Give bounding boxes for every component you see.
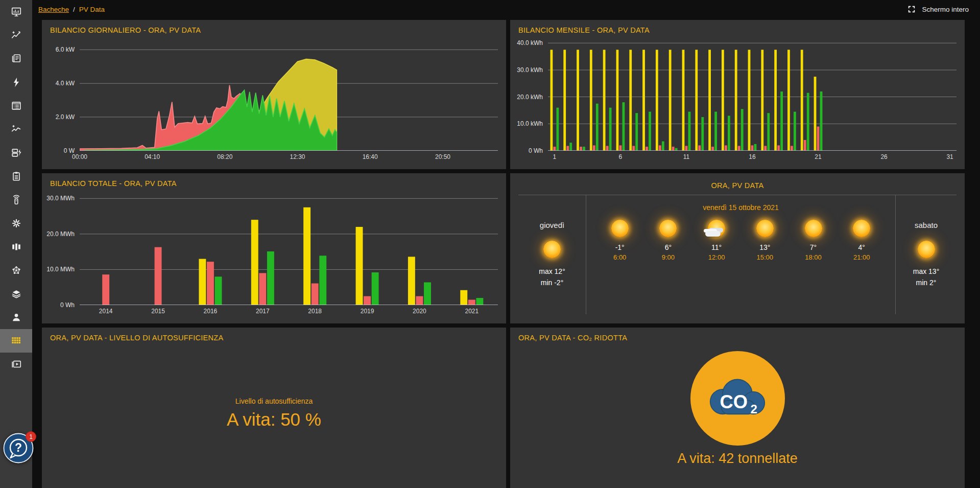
monthly-balance-chart: 40.0 kWh30.0 kWh20.0 kWh10.0 kWh0 Wh 161… <box>518 36 957 161</box>
forecast-cell: 11°12:00 <box>695 214 738 261</box>
total-plot-area <box>80 190 498 305</box>
x-axis-label: 2017 <box>256 308 270 315</box>
bar-prelievo-rete <box>777 145 780 151</box>
help-button[interactable]: ? 1 <box>3 432 34 464</box>
weather-max-temp: max 12° <box>539 266 565 277</box>
y-axis-label: 40.0 kWh <box>517 39 543 47</box>
x-axis-label: 16 <box>749 153 755 160</box>
sidebar-item-dashboard-monitor[interactable] <box>0 0 32 24</box>
bar-autoconsumo <box>215 276 222 305</box>
bar-prelievo-rete <box>364 296 371 305</box>
sidebar-item-network-nodes[interactable] <box>0 259 32 282</box>
bar-autoconsumo <box>807 93 809 151</box>
forecast-temp: -1° <box>598 243 642 251</box>
bar-produzione <box>748 50 751 151</box>
sun-icon <box>753 217 777 240</box>
bar-autoconsumo <box>267 251 274 305</box>
analysis-chart-icon <box>11 124 22 135</box>
forecast-time: 6:00 <box>598 253 642 261</box>
weather-min-temp: min 2° <box>913 277 940 289</box>
bar-produzione <box>682 50 685 151</box>
bar-produzione <box>199 259 206 305</box>
bar-produzione <box>603 50 606 151</box>
bar-autoconsumo <box>820 91 823 151</box>
forecast-temp: 7° <box>792 243 835 251</box>
bar-prelievo-rete <box>207 262 214 305</box>
total-x-axis: 20142015201620172018201920202021 <box>80 305 498 315</box>
sidebar-item-settings-gear[interactable] <box>0 212 32 235</box>
sidebar-item-trend-chart[interactable] <box>0 24 32 47</box>
bar-prelievo-rete <box>698 145 701 151</box>
x-axis-label: 2016 <box>204 308 218 315</box>
sun-icon <box>915 238 938 261</box>
sidebar-item-energy-bolt[interactable] <box>0 71 32 94</box>
forecast-time: 9:00 <box>646 253 690 261</box>
bar-produzione <box>251 220 258 305</box>
y-axis-label: 0 Wh <box>60 301 75 309</box>
y-axis-label: 30.0 MWh <box>46 195 75 202</box>
bar-autoconsumo <box>688 112 691 151</box>
weather-max-temp: max 13° <box>913 266 940 277</box>
bar-prelievo-rete <box>711 147 714 151</box>
breadcrumb-current: PV Data <box>79 6 105 13</box>
y-axis-label: 20.0 kWh <box>517 94 543 101</box>
bar-autoconsumo <box>583 147 585 151</box>
sidebar-item-layers[interactable] <box>0 282 32 306</box>
bar-autoconsumo <box>372 272 379 305</box>
sun-icon <box>656 217 680 240</box>
bar-prelievo-rete <box>606 146 609 151</box>
bar-autoconsumo <box>476 298 483 305</box>
sidebar-item-components-energy[interactable] <box>0 141 32 165</box>
sidebar-item-panels-columns[interactable] <box>0 235 32 259</box>
breadcrumb-link-bacheche[interactable]: Bacheche <box>38 6 69 13</box>
sidebar-item-video-tutorials[interactable] <box>0 353 32 376</box>
self-sufficiency-value: A vita: 50 % <box>227 409 321 430</box>
bar-produzione <box>642 50 645 151</box>
bar-prelievo-rete <box>632 146 635 151</box>
co2-title: ORA, PV DATA - CO₂ RIDOTTA <box>518 334 957 342</box>
sidebar-item-data-table[interactable] <box>0 94 32 118</box>
bar-autoconsumo <box>596 104 599 151</box>
sidebar: ? 1 <box>0 0 32 488</box>
sidebar-item-dashboard-grid[interactable] <box>0 329 32 353</box>
weather-today-date: venerdì 15 ottobre 2021 <box>703 203 779 212</box>
svg-text:2: 2 <box>750 402 757 416</box>
x-axis-label: 16:40 <box>363 153 378 160</box>
forecast-cell: -1°6:00 <box>598 214 642 261</box>
forecast-cell: 4°21:00 <box>840 214 883 261</box>
x-axis-label: 12:30 <box>290 153 305 160</box>
svg-text:?: ? <box>15 441 22 454</box>
co2-panel: ORA, PV DATA - CO₂ RIDOTTA CO 2 <box>510 328 965 488</box>
sidebar-item-remote-control[interactable] <box>0 188 32 212</box>
bar-prelievo-rete <box>102 274 109 305</box>
sidebar-item-user[interactable] <box>0 306 32 329</box>
bar-prelievo-rete <box>751 145 754 151</box>
total-balance-panel: BILANCIO TOTALE - ORA, PV DATA 30.0 MWh2… <box>42 173 506 323</box>
breadcrumb: Bacheche / PV Data <box>38 6 105 13</box>
bar-produzione <box>669 50 672 151</box>
video-tutorials-icon <box>11 359 22 370</box>
x-axis-label: 2021 <box>465 308 479 315</box>
co2-value: A vita: 42 tonnellate <box>677 451 798 467</box>
y-axis-label: 30.0 kWh <box>517 66 543 74</box>
weather-panel: ORA, PV DATA giovedì max 12° min -2° ven… <box>510 173 965 323</box>
sidebar-item-checklist[interactable] <box>0 165 32 188</box>
weather-panel-title: ORA, PV DATA <box>518 181 957 190</box>
sidebar-item-analysis-chart[interactable] <box>0 118 32 141</box>
monthly-x-axis: 161116212631 <box>548 151 957 161</box>
weather-today: venerdì 15 ottobre 2021 -1°6:006°9:0011°… <box>586 195 895 314</box>
bar-produzione <box>460 290 467 305</box>
remote-control-icon <box>11 194 22 205</box>
forecast-temp: 13° <box>743 243 787 251</box>
self-sufficiency-panel: ORA, PV DATA - LIVELLO DI AUTOSUFFICIENZ… <box>42 328 506 488</box>
bar-autoconsumo <box>319 255 326 305</box>
sidebar-item-reports[interactable] <box>0 47 32 71</box>
bar-autoconsumo <box>424 282 431 305</box>
bar-produzione <box>551 50 553 151</box>
x-axis-label: 2014 <box>99 308 113 315</box>
fullscreen-button[interactable]: Schermo intero <box>907 5 969 13</box>
self-sufficiency-caption: Livello di autosufficienza <box>235 397 313 405</box>
daily-balance-panel: BILANCIO GIORNALIERO - ORA, PV DATA 6.0 … <box>42 20 506 169</box>
bar-autoconsumo <box>623 102 625 151</box>
bar-autoconsumo <box>754 144 757 151</box>
